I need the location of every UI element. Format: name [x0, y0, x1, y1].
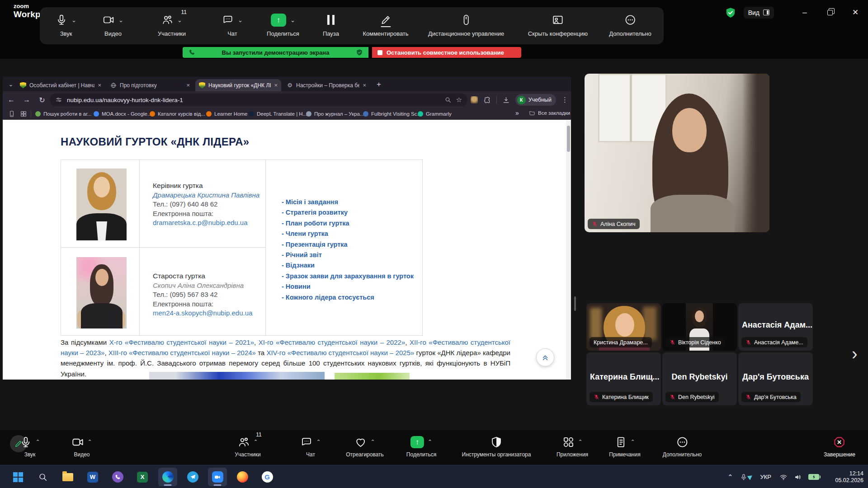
taskbar-clock[interactable]: 12:14 05.02.2026	[827, 470, 863, 484]
taskbar-search-button[interactable]	[33, 468, 52, 486]
pause-share-button[interactable]: Пауза	[323, 12, 339, 37]
chevron-icon[interactable]: ⌄	[238, 17, 243, 23]
page-link[interactable]: - Відзнаки	[282, 260, 414, 271]
participant-tile[interactable]: Дар'я БутовськаДар'я Бутовська	[738, 352, 813, 405]
zoom-app-icon[interactable]	[208, 468, 227, 486]
browser-tab-1[interactable]: Особистий кабінет | Навчальн×	[16, 79, 105, 91]
bookmark-item[interactable]: Каталог курсів від...	[150, 110, 205, 118]
all-bookmarks-button[interactable]: Все закладки	[529, 110, 570, 116]
downloads-icon[interactable]	[502, 96, 510, 104]
end-button[interactable]: Завершение	[824, 434, 855, 458]
scrollbar-thumb[interactable]	[567, 126, 570, 152]
close-tab-icon[interactable]: ×	[186, 82, 190, 89]
chevron-icon[interactable]: ⌄	[177, 17, 182, 23]
close-tab-icon[interactable]: ×	[98, 82, 101, 89]
bookmarks-overflow-button[interactable]: »	[515, 109, 519, 117]
page-link[interactable]: - Члени гуртка	[282, 229, 414, 239]
language-indicator[interactable]: УКР	[760, 474, 771, 480]
start-button[interactable]	[9, 468, 28, 486]
telegram-icon[interactable]	[183, 468, 202, 486]
hidden-icons-chevron[interactable]: ⌃	[727, 473, 733, 481]
page-link[interactable]: - Стратегія розвитку	[282, 207, 414, 218]
chat-button[interactable]: ⌃Чат	[300, 434, 321, 458]
extension-owl-icon[interactable]	[471, 96, 478, 103]
page-link[interactable]: - Зразок заяви для зарахування в гурток	[282, 271, 414, 282]
back-button[interactable]: ←	[5, 93, 18, 107]
footer-link[interactable]: ХІІІ-го «Фестивалю студентської науки – …	[108, 349, 256, 357]
edge-browser-icon[interactable]	[158, 468, 177, 486]
panel-resize-handle[interactable]	[574, 296, 576, 311]
leader-name-link[interactable]: Драмарецька Кристина Павлівна	[153, 191, 259, 200]
site-settings-icon[interactable]	[55, 96, 62, 103]
participant-tile[interactable]: Анастасія Адам...Анастасія Адаме...	[738, 303, 813, 351]
annotate-button[interactable]: Комментировать	[363, 12, 408, 37]
bookmark-star-icon[interactable]: ☆	[456, 96, 462, 104]
tray-mic-icon[interactable]	[740, 474, 747, 481]
share-button[interactable]: ↑⌄Поделиться	[267, 12, 299, 37]
reload-button[interactable]: ↻	[35, 93, 49, 107]
main-speaker-tile[interactable]: Аліна Скопич	[585, 74, 769, 232]
word-icon[interactable]: W	[83, 468, 102, 486]
leader-email-link[interactable]: dramaretska.c.p@nubip.edu.ua	[153, 218, 259, 228]
minimize-button[interactable]: –	[792, 3, 817, 23]
footer-link[interactable]: Х-го «Фестивалю студентської науки – 202…	[109, 338, 254, 346]
participants-button[interactable]: 11⌄Участники	[158, 12, 186, 37]
chat-button[interactable]: ⌄Чат	[222, 12, 243, 37]
close-tab-icon[interactable]: ×	[274, 82, 278, 89]
chevron-icon[interactable]: ⌄	[71, 17, 76, 23]
audio-button[interactable]: ⌄Звук	[56, 12, 76, 37]
file-explorer-icon[interactable]	[58, 468, 77, 486]
audio-button[interactable]: ⌃Звук	[19, 434, 40, 458]
tab-search-chevron-icon[interactable]: ⌄	[6, 80, 15, 89]
participant-tile[interactable]: Вікторія Сіденко	[662, 303, 737, 351]
page-scrollbar[interactable]	[566, 120, 571, 380]
bookmark-item[interactable]: Learner Home	[206, 110, 248, 118]
notes-button[interactable]: ⌃Примечания	[609, 434, 640, 458]
scroll-to-top-button[interactable]	[536, 348, 554, 366]
chevron-icon[interactable]: ⌃	[87, 439, 92, 445]
chevron-icon[interactable]: ⌃	[316, 439, 321, 445]
security-shield-icon[interactable]	[725, 7, 736, 19]
bookmark-item[interactable]: Fulbright Visiting Sc...	[363, 110, 421, 118]
wifi-icon[interactable]	[779, 473, 788, 481]
battery-icon[interactable]	[808, 474, 819, 480]
chrome-icon[interactable]: G	[258, 468, 277, 486]
chevron-icon[interactable]: ⌃	[428, 439, 432, 445]
page-link[interactable]: - Річний звіт	[282, 250, 414, 260]
video-button[interactable]: ⌄Видео	[103, 12, 123, 37]
viber-icon[interactable]	[108, 468, 127, 486]
participant-tile[interactable]: Den RybetskyiDen Rybetskyi	[662, 352, 737, 405]
new-tab-button[interactable]: +	[373, 79, 384, 90]
page-link[interactable]: - Презентація гуртка	[282, 239, 414, 250]
chevron-icon[interactable]: ⌃	[578, 439, 582, 445]
browser-menu-icon[interactable]: ⋮	[561, 96, 568, 104]
forward-button[interactable]: →	[20, 93, 33, 107]
footer-link[interactable]: ХІ-го «Фестивалю студентської науки – 20…	[259, 338, 405, 346]
volume-icon[interactable]	[794, 473, 802, 481]
address-bar[interactable]: nubip.edu.ua/naukovyy-hurtok-dnk-lidera-…	[50, 94, 467, 106]
host-tools-button[interactable]: Инструменты организатора	[462, 434, 531, 458]
close-tab-icon[interactable]: ×	[363, 82, 366, 89]
more-button[interactable]: Дополнительно	[609, 12, 651, 37]
apps-grid-icon[interactable]	[20, 110, 27, 117]
more-button[interactable]: Дополнительно	[663, 434, 702, 458]
chevron-icon[interactable]: ⌃	[35, 439, 40, 445]
chevron-icon[interactable]: ⌄	[290, 17, 295, 23]
close-button[interactable]: ✕	[843, 3, 868, 23]
browser-tab-4[interactable]: ⚙Настройки – Проверка безоп×	[283, 79, 370, 91]
chevron-icon[interactable]: ⌃	[630, 439, 635, 445]
stop-share-button[interactable]: Остановить совместное использование	[372, 47, 521, 58]
chevron-icon[interactable]: ⌃	[370, 439, 375, 445]
apps-button[interactable]: ⌃Приложения	[557, 434, 588, 458]
share-button[interactable]: ↑⌃Поделиться	[406, 434, 436, 458]
excel-icon[interactable]: X	[133, 468, 152, 486]
hide-meeting-button[interactable]: Скрыть конференцию	[528, 12, 588, 37]
chevron-icon[interactable]: ⌃	[253, 439, 258, 445]
bookmark-item[interactable]: Про журнал – Укра...	[306, 110, 364, 118]
reactions-button[interactable]: ⌃Отреагировать	[346, 434, 384, 458]
tray-cursor-icon[interactable]	[747, 474, 754, 480]
remote-control-button[interactable]: Дистанционное управление	[428, 12, 504, 37]
video-button[interactable]: ⌃Видео	[71, 434, 92, 458]
bookmark-item[interactable]: MOA.docx - Google...	[94, 110, 152, 118]
bookmark-item[interactable]: Пошук роботи в аг...	[35, 110, 91, 118]
